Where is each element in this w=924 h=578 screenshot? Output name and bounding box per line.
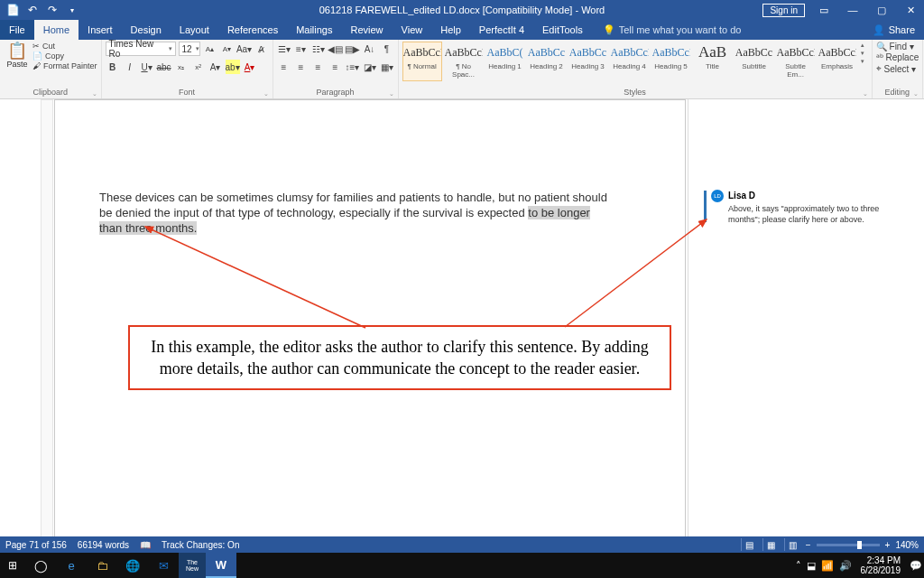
tray-dropbox-icon[interactable]: ⬓ — [807, 560, 816, 572]
ribbon-display-icon[interactable]: ▭ — [810, 0, 837, 20]
comment-bubble[interactable]: LD Lisa D Above, it says "approximately … — [711, 190, 882, 225]
minimize-icon[interactable]: — — [839, 0, 866, 20]
shrink-font-button[interactable]: A▾ — [220, 42, 235, 56]
grow-font-button[interactable]: A▴ — [203, 42, 217, 56]
replace-button[interactable]: ᵃᵇReplace — [876, 52, 919, 62]
select-button[interactable]: ⌖Select▾ — [876, 63, 917, 74]
outlook-icon[interactable]: ✉ — [148, 553, 179, 578]
vertical-ruler[interactable] — [41, 99, 53, 536]
font-color-button[interactable]: A▾ — [243, 60, 257, 74]
tab-insert[interactable]: Insert — [79, 20, 122, 40]
underline-button[interactable]: U▾ — [140, 60, 154, 74]
style-emphasis[interactable]: AaBbCcDEmphasis — [818, 42, 857, 81]
tray-wifi-icon[interactable]: 📶 — [821, 560, 834, 572]
copy-button[interactable]: 📄Copy — [32, 51, 97, 61]
zoom-level[interactable]: 140% — [895, 540, 919, 550]
view-print-icon[interactable]: ▦ — [762, 538, 779, 551]
tray-up-icon[interactable]: ˄ — [796, 560, 801, 572]
tab-view[interactable]: View — [393, 20, 432, 40]
comment-indicator[interactable] — [704, 191, 707, 222]
justify-button[interactable]: ≡ — [328, 60, 343, 74]
sort-button[interactable]: A↓ — [363, 42, 377, 56]
style-title[interactable]: AaBTitle — [693, 42, 733, 81]
style-subtle-em---[interactable]: AaBbCcDSubtle Em... — [776, 42, 816, 81]
undo-icon[interactable]: ↶ — [23, 1, 42, 19]
document-page[interactable] — [54, 99, 686, 536]
highlighted-text[interactable]: than three months. — [99, 221, 197, 235]
tell-me-search[interactable]: 💡Tell me what you want to do — [592, 20, 742, 40]
edge-icon[interactable]: e — [56, 553, 87, 578]
decrease-indent-button[interactable]: ◀▤ — [328, 42, 343, 56]
align-right-button[interactable]: ≡ — [311, 60, 326, 74]
tab-help[interactable]: Help — [431, 20, 470, 40]
close-icon[interactable]: ✕ — [897, 0, 924, 20]
bullets-button[interactable]: ☰▾ — [277, 42, 291, 56]
shading-button[interactable]: ◪▾ — [363, 60, 377, 74]
comment-text[interactable]: Above, it says "approximately two to thr… — [711, 203, 882, 225]
share-button[interactable]: 👤Share — [864, 20, 924, 40]
app-icon[interactable]: TheNew — [179, 553, 206, 578]
paste-button[interactable]: 📋 Paste — [4, 42, 31, 69]
view-read-icon[interactable]: ▤ — [741, 538, 757, 551]
bold-button[interactable]: B — [106, 60, 120, 74]
numbering-button[interactable]: ≡▾ — [294, 42, 309, 56]
font-size-combo[interactable]: 12▾ — [179, 42, 200, 56]
text-effects-button[interactable]: A▾ — [208, 60, 223, 74]
strikethrough-button[interactable]: abc — [157, 60, 171, 74]
tab-layout[interactable]: Layout — [171, 20, 218, 40]
align-left-button[interactable]: ≡ — [277, 60, 291, 74]
style-heading-2[interactable]: AaBbCcHeading 2 — [527, 42, 567, 81]
change-case-button[interactable]: Aa▾ — [237, 42, 252, 56]
status-page[interactable]: Page 71 of 156 — [5, 540, 67, 550]
tab-review[interactable]: Review — [342, 20, 393, 40]
view-web-icon[interactable]: ▥ — [784, 538, 800, 551]
format-painter-button[interactable]: 🖌Format Painter — [32, 61, 97, 70]
superscript-button[interactable]: x² — [191, 60, 206, 74]
align-center-button[interactable]: ≡ — [294, 60, 309, 74]
multilevel-button[interactable]: ☷▾ — [311, 42, 326, 56]
styles-gallery-more[interactable]: ▴▾▾ — [857, 42, 868, 65]
sign-in-button[interactable]: Sign in — [762, 4, 805, 17]
tab-perfectit[interactable]: PerfectIt 4 — [470, 20, 533, 40]
line-spacing-button[interactable]: ↕≡▾ — [346, 60, 360, 74]
save-icon[interactable]: 📄 — [4, 1, 22, 19]
tab-mailings[interactable]: Mailings — [287, 20, 341, 40]
tray-volume-icon[interactable]: 🔊 — [839, 560, 852, 572]
chrome-icon[interactable]: 🌐 — [117, 553, 148, 578]
style---normal[interactable]: AaBbCcI¶ Normal — [402, 42, 442, 81]
style-heading-3[interactable]: AaBbCcHeading 3 — [568, 42, 608, 81]
style-heading-4[interactable]: AaBbCcIHeading 4 — [610, 42, 650, 81]
file-explorer-icon[interactable]: 🗀 — [87, 553, 117, 578]
status-track-changes[interactable]: Track Changes: On — [162, 540, 239, 550]
start-button[interactable]: ⊞ — [0, 553, 25, 578]
zoom-in-button[interactable]: + — [885, 540, 891, 550]
borders-button[interactable]: ▦▾ — [380, 60, 394, 74]
taskbar-clock[interactable]: 2:34 PM6/28/2019 — [857, 555, 905, 575]
word-icon[interactable]: W — [206, 553, 236, 578]
tab-file[interactable]: File — [0, 20, 34, 40]
tab-design[interactable]: Design — [122, 20, 171, 40]
document-workspace[interactable]: These devices can be sometimes clumsy fo… — [0, 99, 924, 536]
cut-button[interactable]: ✂Cut — [32, 42, 97, 51]
tab-edittools[interactable]: EditTools — [533, 20, 592, 40]
status-proofing-icon[interactable]: 📖 — [140, 540, 151, 550]
cortana-icon[interactable]: ◯ — [25, 553, 56, 578]
style---no-spac---[interactable]: AaBbCcI¶ No Spac... — [444, 42, 484, 81]
increase-indent-button[interactable]: ▤▶ — [346, 42, 360, 56]
show-marks-button[interactable]: ¶ — [380, 42, 394, 56]
tab-home[interactable]: Home — [34, 20, 79, 40]
status-words[interactable]: 66194 words — [78, 540, 129, 550]
tab-references[interactable]: References — [218, 20, 287, 40]
style-heading-5[interactable]: AaBbCcIHeading 5 — [651, 42, 691, 81]
clear-formatting-button[interactable]: A̷ — [254, 42, 269, 56]
maximize-icon[interactable]: ▢ — [868, 0, 895, 20]
document-paragraph[interactable]: These devices can be sometimes clumsy fo… — [99, 190, 651, 236]
zoom-out-button[interactable]: − — [806, 540, 811, 550]
italic-button[interactable]: I — [123, 60, 137, 74]
find-button[interactable]: 🔍Find▾ — [876, 42, 914, 51]
font-name-combo[interactable]: Times New Ro▾ — [106, 42, 176, 56]
style-heading-1[interactable]: AaBbC(Heading 1 — [485, 42, 525, 81]
highlight-button[interactable]: ab▾ — [226, 60, 240, 74]
style-subtitle[interactable]: AaBbCcSubtitle — [735, 42, 774, 81]
tray-notifications-icon[interactable]: 💬 — [910, 560, 922, 572]
